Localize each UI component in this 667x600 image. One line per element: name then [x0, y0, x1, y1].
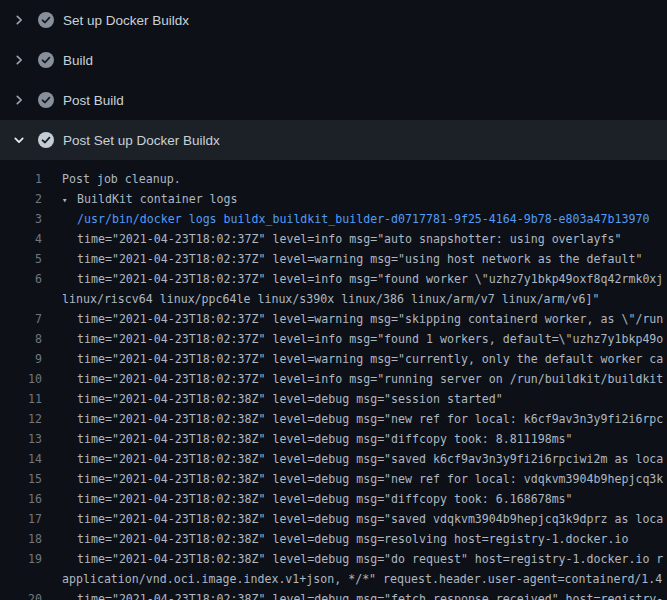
chevron-down-icon[interactable]	[12, 133, 26, 147]
step-row-set-up-docker-buildx[interactable]: Set up Docker Buildx	[0, 0, 667, 40]
line-number[interactable]: 11	[0, 389, 42, 409]
log-line: 9time="2021-04-23T18:02:37Z" level=warni…	[0, 349, 667, 369]
chevron-right-icon[interactable]	[12, 53, 26, 67]
log-text: time="2021-04-23T18:02:38Z" level=debug …	[42, 469, 663, 489]
log-text: time="2021-04-23T18:02:37Z" level=warnin…	[42, 349, 663, 369]
log-line: 18time="2021-04-23T18:02:38Z" level=debu…	[0, 529, 667, 549]
log-text: time="2021-04-23T18:02:38Z" level=debug …	[42, 509, 663, 529]
step-label: Post Set up Docker Buildx	[63, 133, 220, 148]
line-number[interactable]: 12	[0, 409, 42, 429]
line-number[interactable]: 19	[0, 549, 42, 569]
log-text: time="2021-04-23T18:02:38Z" level=debug …	[42, 449, 663, 469]
chevron-right-icon[interactable]	[12, 13, 26, 27]
group-toggle-icon[interactable]: ▾	[62, 190, 77, 209]
log-text: time="2021-04-23T18:02:37Z" level=info m…	[42, 369, 663, 389]
log-line: 4time="2021-04-23T18:02:37Z" level=info …	[0, 229, 667, 249]
log-line: 11time="2021-04-23T18:02:38Z" level=debu…	[0, 389, 667, 409]
line-number-empty	[0, 289, 42, 309]
step-row-build[interactable]: Build	[0, 40, 667, 80]
step-label: Post Build	[63, 93, 124, 108]
log-line: 10time="2021-04-23T18:02:37Z" level=info…	[0, 369, 667, 389]
log-line: 19time="2021-04-23T18:02:38Z" level=debu…	[0, 549, 667, 569]
log-line: 17time="2021-04-23T18:02:38Z" level=debu…	[0, 509, 667, 529]
check-circle-icon	[38, 92, 54, 108]
line-number[interactable]: 4	[0, 229, 42, 249]
log-line: 15time="2021-04-23T18:02:38Z" level=debu…	[0, 469, 667, 489]
line-number[interactable]: 3	[0, 209, 42, 229]
log-text: time="2021-04-23T18:02:38Z" level=debug …	[42, 529, 628, 549]
log-text: time="2021-04-23T18:02:37Z" level=warnin…	[42, 309, 663, 329]
check-circle-icon	[38, 132, 54, 148]
line-number[interactable]: 18	[0, 529, 42, 549]
line-number[interactable]: 15	[0, 469, 42, 489]
line-number[interactable]: 2	[0, 189, 42, 209]
log-line: 13time="2021-04-23T18:02:38Z" level=debu…	[0, 429, 667, 449]
line-number[interactable]: 14	[0, 449, 42, 469]
group-header-label: BuildKit container logs	[77, 192, 238, 206]
log-text: time="2021-04-23T18:02:38Z" level=debug …	[42, 389, 503, 409]
log-line: 1Post job cleanup.	[0, 169, 667, 189]
log-line: 16time="2021-04-23T18:02:38Z" level=debu…	[0, 489, 667, 509]
log-text: time="2021-04-23T18:02:38Z" level=debug …	[42, 429, 573, 449]
log-text: time="2021-04-23T18:02:38Z" level=debug …	[42, 589, 663, 600]
command-text: /usr/bin/docker logs buildx_buildkit_bui…	[42, 209, 649, 229]
line-number[interactable]: 13	[0, 429, 42, 449]
log-line: 5time="2021-04-23T18:02:37Z" level=warni…	[0, 249, 667, 269]
log-text: time="2021-04-23T18:02:37Z" level=info m…	[42, 269, 663, 289]
line-number[interactable]: 20	[0, 589, 42, 600]
log-text: time="2021-04-23T18:02:38Z" level=debug …	[42, 489, 573, 509]
step-label: Set up Docker Buildx	[63, 13, 189, 28]
log-text-continuation: linux/riscv64 linux/ppc64le linux/s390x …	[42, 289, 599, 309]
step-label: Build	[63, 53, 93, 68]
check-circle-icon	[38, 52, 54, 68]
log-text: time="2021-04-23T18:02:38Z" level=debug …	[42, 409, 663, 429]
chevron-right-icon[interactable]	[12, 93, 26, 107]
line-number[interactable]: 7	[0, 309, 42, 329]
step-list: Set up Docker Buildx Build Post Build	[0, 0, 667, 160]
line-number[interactable]: 9	[0, 349, 42, 369]
log-line: 3/usr/bin/docker logs buildx_buildkit_bu…	[0, 209, 667, 229]
log-line: 8time="2021-04-23T18:02:37Z" level=info …	[0, 329, 667, 349]
log-text: time="2021-04-23T18:02:38Z" level=debug …	[42, 549, 663, 569]
line-number[interactable]: 6	[0, 269, 42, 289]
step-row-post-set-up-docker-buildx[interactable]: Post Set up Docker Buildx	[0, 120, 667, 160]
line-number[interactable]: 17	[0, 509, 42, 529]
log-text: time="2021-04-23T18:02:37Z" level=info m…	[42, 329, 663, 349]
line-number[interactable]: 1	[0, 169, 42, 189]
line-number[interactable]: 5	[0, 249, 42, 269]
log-line: 6time="2021-04-23T18:02:37Z" level=info …	[0, 269, 667, 289]
log-text-continuation: application/vnd.oci.image.index.v1+json,…	[42, 569, 662, 589]
line-number[interactable]: 10	[0, 369, 42, 389]
step-log-output: 1Post job cleanup.2▾BuildKit container l…	[0, 160, 667, 600]
line-number[interactable]: 16	[0, 489, 42, 509]
log-line: 14time="2021-04-23T18:02:38Z" level=debu…	[0, 449, 667, 469]
step-row-post-build[interactable]: Post Build	[0, 80, 667, 120]
log-line: 2▾BuildKit container logs	[0, 189, 667, 209]
log-line: 20time="2021-04-23T18:02:38Z" level=debu…	[0, 589, 667, 600]
line-number[interactable]: 8	[0, 329, 42, 349]
log-line: 12time="2021-04-23T18:02:38Z" level=debu…	[0, 409, 667, 429]
check-circle-icon	[38, 12, 54, 28]
log-line: 7time="2021-04-23T18:02:37Z" level=warni…	[0, 309, 667, 329]
log-group-header: ▾BuildKit container logs	[42, 189, 238, 209]
log-line-continuation: linux/riscv64 linux/ppc64le linux/s390x …	[0, 289, 667, 309]
log-text: time="2021-04-23T18:02:37Z" level=warnin…	[42, 249, 642, 269]
log-text: Post job cleanup.	[42, 169, 181, 189]
line-number-empty	[0, 569, 42, 589]
workflow-log-viewer: Set up Docker Buildx Build Post Build	[0, 0, 667, 600]
log-text: time="2021-04-23T18:02:37Z" level=info m…	[42, 229, 621, 249]
log-line-continuation: application/vnd.oci.image.index.v1+json,…	[0, 569, 667, 589]
